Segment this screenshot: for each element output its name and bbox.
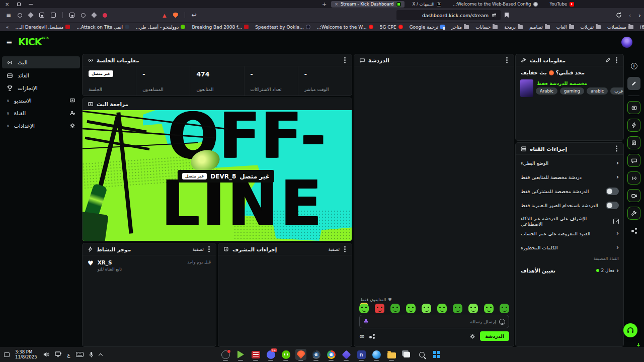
kebab-menu-icon[interactable] xyxy=(208,248,210,250)
sidebar-item-settings[interactable]: ∨ الإعدادات xyxy=(2,120,80,132)
tray-microphone-icon[interactable] xyxy=(89,351,94,358)
obs-app-icon[interactable]: n xyxy=(356,349,367,360)
bookmark-item[interactable]: مسلسل Daredevil الـ... xyxy=(16,25,70,30)
wink-emote[interactable] xyxy=(422,304,431,313)
send-chat-button[interactable]: الدردشة xyxy=(480,331,509,341)
tab-x-notifications[interactable]: X / التنبيهات 𝕏 xyxy=(409,1,445,8)
pip-icon[interactable] xyxy=(69,13,74,18)
search-icon[interactable] xyxy=(416,349,427,360)
banned-words-row[interactable]: الكلمات المحظورة› xyxy=(521,244,619,251)
bookmark-item[interactable]: Breaking Bad 2008 f... xyxy=(192,25,249,30)
close-tab-icon[interactable]: × xyxy=(335,2,338,7)
infinity-icon[interactable]: ∞ xyxy=(359,333,365,339)
adblock-shield-icon[interactable]: 1 xyxy=(173,13,178,18)
green-play-app-icon[interactable] xyxy=(235,349,246,360)
tracker-app-icon[interactable] xyxy=(220,349,231,360)
kebab-menu-icon[interactable] xyxy=(616,59,617,61)
filter-button[interactable]: تصفية xyxy=(329,247,340,252)
extension-icon[interactable] xyxy=(28,12,33,18)
bookmark-item[interactable]: ترجمة Google xyxy=(410,25,445,30)
microphone-icon[interactable] xyxy=(363,318,369,325)
followers-only-chat-row[interactable]: دردشة مخصصة للمتابعين فقط› xyxy=(521,173,619,180)
account-age-row[interactable]: القيود المفروضة على عمر الحساب› xyxy=(521,230,619,237)
notes-tool-button[interactable] xyxy=(627,136,640,149)
slow-mode-row[interactable]: الوضع البطيء› xyxy=(521,159,619,166)
diamond-player-icon[interactable] xyxy=(341,349,352,360)
dots-cluster-icon[interactable] xyxy=(369,333,376,339)
bookmark-item[interactable]: Speedtest by Ookla... xyxy=(255,25,310,30)
extension-ghost-icon[interactable] xyxy=(81,13,86,18)
bookmark-item[interactable]: انمي Attack on Tita... xyxy=(76,25,129,30)
display-icon[interactable] xyxy=(55,351,62,357)
bookmark-folder[interactable]: تنزيلات xyxy=(581,25,601,30)
tag[interactable]: عرب xyxy=(610,87,624,95)
ai-moderation-row[interactable]: الإشراف على الدردشة عبر الذكاء الاصطناعي xyxy=(521,216,619,227)
warning-triangle-icon[interactable]: ▲ xyxy=(163,13,167,18)
bookmark-folder[interactable]: العاب xyxy=(556,25,574,30)
sidebar-toggle-icon[interactable]: ≡ xyxy=(6,38,13,47)
camera-tool-button[interactable] xyxy=(627,189,640,202)
smile-emote[interactable] xyxy=(406,304,416,313)
keyboard-icon[interactable] xyxy=(76,352,84,357)
activity-item[interactable]: ♥ XR_S تابع القناة للتو قبل يوم واحد xyxy=(88,259,211,272)
language-indicator[interactable]: ع xyxy=(67,352,70,357)
bookmark-folder[interactable]: برمجة xyxy=(504,25,523,30)
bookmark-folder[interactable]: حسابات xyxy=(475,25,498,30)
chrome-dark-icon[interactable] xyxy=(310,349,321,360)
chat-tool-button[interactable] xyxy=(627,154,640,167)
close-window-icon[interactable]: × xyxy=(5,2,9,7)
file-explorer-icon[interactable] xyxy=(386,349,397,360)
task-view-icon[interactable] xyxy=(401,349,412,360)
voicemeeter-icon[interactable] xyxy=(250,349,261,360)
tab-kick-dashboard[interactable]: × Stream - Kick Dashboard xyxy=(331,1,404,8)
sweat-emote[interactable] xyxy=(500,304,509,313)
wave-emote[interactable] xyxy=(484,304,494,313)
kick-logo[interactable]: KICKBETA xyxy=(18,36,49,47)
ghost-emote[interactable] xyxy=(453,304,462,313)
kebab-menu-icon[interactable] xyxy=(616,148,617,149)
tab-youtube[interactable]: YouTube xyxy=(546,1,578,8)
kebab-menu-icon[interactable] xyxy=(506,59,508,61)
edit-pencil-icon[interactable] xyxy=(605,57,611,63)
chat-settings-gear-icon[interactable] xyxy=(469,333,475,339)
bookmark-item[interactable]: (6) Twitch xyxy=(640,25,644,30)
bookmarks-overflow-icon[interactable]: « xyxy=(6,25,9,30)
brave-browser-icon[interactable] xyxy=(295,349,306,360)
happy-emote[interactable] xyxy=(437,304,447,313)
forward-icon[interactable]: › xyxy=(638,12,641,19)
emoji-picker-icon[interactable] xyxy=(499,319,505,325)
subscribers-only-chat-row[interactable]: الدردشة مخصصة للمشتركين فقط xyxy=(521,188,619,195)
set-goals-row[interactable]: تعيين الأهداف فعال 2› xyxy=(521,267,619,274)
show-desktop-icon[interactable] xyxy=(4,352,10,357)
recent-tab-arrow-icon[interactable]: ↩ xyxy=(192,12,197,18)
tag[interactable]: arabic xyxy=(587,87,608,95)
extension-diamond-icon[interactable] xyxy=(91,12,97,18)
tab-web-config[interactable]: ..:Welcome to the Web-Based Config xyxy=(449,1,541,8)
sidebar-item-channel[interactable]: ∨ القناة xyxy=(2,107,80,119)
bookmark-item[interactable]: 5G CPE xyxy=(380,25,403,30)
sidebar-item-studio[interactable]: ∨ الاستديو xyxy=(2,95,80,107)
kebab-menu-icon[interactable] xyxy=(344,248,346,250)
bookmark-folder[interactable]: مسلسلات xyxy=(607,25,633,30)
broadcast-tool-button[interactable] xyxy=(627,171,640,185)
reload-icon[interactable] xyxy=(616,12,622,18)
taskbar-clock[interactable]: 3:38 PM11/8/2025 xyxy=(15,349,37,359)
bookmark-folder[interactable]: تصاميم xyxy=(529,25,550,30)
windows-start-icon[interactable] xyxy=(431,349,442,360)
url-bar[interactable]: dashboard.kick.com/stream xyxy=(396,10,501,20)
bookmark-folder[interactable]: متاجر xyxy=(451,25,469,30)
chrome-icon[interactable] xyxy=(326,349,337,360)
new-tab-button[interactable]: + xyxy=(322,1,327,8)
emotes-only-chat-row[interactable]: الدردشة باستخدام الصور التعبيرية فقط xyxy=(521,202,619,209)
screen-tool-button[interactable] xyxy=(627,101,640,114)
clown-emote[interactable] xyxy=(390,304,400,313)
sidebar-item-achievements[interactable]: الإنجازات xyxy=(2,82,80,94)
wrench-tool-button[interactable] xyxy=(627,207,640,220)
sidebar-item-stream[interactable]: البث xyxy=(2,56,80,68)
category-thumbnail[interactable] xyxy=(520,79,533,97)
toggle-off[interactable] xyxy=(606,188,619,195)
reader-icon[interactable] xyxy=(51,13,56,18)
filter-button[interactable]: تصفية xyxy=(193,247,204,252)
info-icon[interactable]: i xyxy=(631,63,637,69)
sidebar-item-revenue[interactable]: العائد xyxy=(2,69,80,81)
